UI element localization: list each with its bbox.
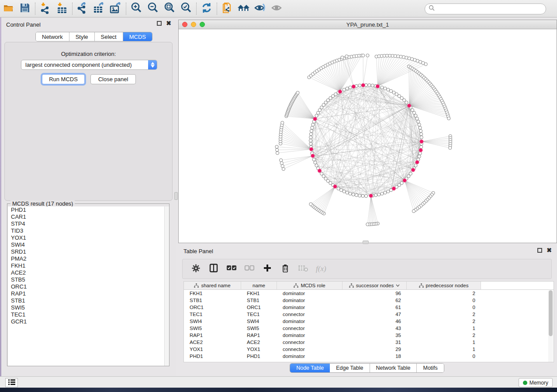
table-cell[interactable]: TEC1 bbox=[184, 312, 241, 317]
table-cell[interactable]: SWI4 bbox=[241, 319, 277, 324]
close-panel-button[interactable]: Close panel bbox=[90, 74, 136, 84]
table-cell[interactable]: dominator bbox=[277, 305, 343, 310]
tab-motifs[interactable]: Motifs bbox=[417, 364, 443, 372]
table-cell[interactable]: 0 bbox=[407, 305, 481, 310]
apply-layout-button[interactable] bbox=[198, 1, 215, 16]
clone-network-button[interactable] bbox=[219, 1, 235, 16]
table-cell[interactable]: connector bbox=[277, 340, 343, 345]
table-cell[interactable]: 31 bbox=[343, 340, 407, 345]
mcds-result-item[interactable]: TEC1 bbox=[8, 311, 169, 318]
table-cell[interactable]: ORC1 bbox=[184, 305, 241, 310]
table-cell[interactable]: 18 bbox=[343, 354, 407, 359]
table-cell[interactable]: RAP1 bbox=[241, 333, 277, 338]
table-cell[interactable]: FKH1 bbox=[241, 291, 277, 296]
panel-splitter-handle[interactable] bbox=[174, 192, 178, 200]
table-cell[interactable]: SWI5 bbox=[184, 326, 241, 331]
float-panel-icon[interactable] bbox=[537, 248, 542, 253]
table-cell[interactable]: 62 bbox=[343, 298, 407, 303]
table-cell[interactable]: 96 bbox=[343, 291, 407, 296]
delete-column-button[interactable] bbox=[280, 264, 291, 274]
table-cell[interactable]: 46 bbox=[343, 319, 407, 324]
table-cell[interactable]: 61 bbox=[343, 305, 407, 310]
table-cell[interactable]: 35 bbox=[343, 333, 407, 338]
hide-selected-button[interactable] bbox=[252, 1, 269, 16]
mcds-result-item[interactable]: STB5 bbox=[8, 276, 169, 283]
export-image-button[interactable] bbox=[107, 1, 124, 16]
tab-network[interactable]: Network bbox=[36, 32, 69, 41]
table-scrollbar[interactable] bbox=[548, 290, 553, 362]
mcds-result-item[interactable]: STP4 bbox=[8, 220, 169, 227]
mcds-result-item[interactable]: STB1 bbox=[8, 297, 169, 304]
table-cell[interactable]: ORC1 bbox=[241, 305, 277, 310]
function-builder-button[interactable]: f(x) bbox=[316, 264, 326, 274]
table-cell[interactable]: YOX1 bbox=[241, 347, 277, 352]
search-field[interactable] bbox=[425, 3, 546, 14]
table-cell[interactable]: YOX1 bbox=[184, 347, 241, 352]
table-cell[interactable]: PHD1 bbox=[184, 354, 241, 359]
float-panel-icon[interactable] bbox=[157, 21, 162, 26]
table-row[interactable]: TEC1TEC1connector472 bbox=[184, 311, 554, 318]
zoom-out-button[interactable] bbox=[145, 1, 161, 16]
table-cell[interactable]: connector bbox=[277, 347, 343, 352]
criterion-dropdown[interactable]: largest connected component (undirected) bbox=[21, 60, 157, 70]
show-all-button[interactable] bbox=[269, 1, 285, 16]
table-cell[interactable]: 2 bbox=[407, 319, 481, 324]
table-cell[interactable]: PHD1 bbox=[241, 354, 277, 359]
zoom-fit-button[interactable] bbox=[161, 1, 178, 16]
column-header-predecessor-nodes[interactable]: predecessor nodes bbox=[407, 282, 481, 290]
table-cell[interactable]: STB1 bbox=[184, 298, 241, 303]
table-cell[interactable]: dominator bbox=[277, 333, 343, 338]
table-cell[interactable]: 0 bbox=[407, 354, 481, 359]
table-row[interactable]: STB1STB1dominator620 bbox=[184, 297, 554, 304]
network-graph[interactable] bbox=[179, 29, 557, 243]
export-network-button[interactable] bbox=[74, 1, 91, 16]
table-settings-button[interactable] bbox=[190, 264, 201, 274]
column-header-name[interactable]: name bbox=[241, 282, 277, 290]
table-cell[interactable]: dominator bbox=[277, 319, 343, 324]
table-row[interactable]: PHD1PHD1dominator180 bbox=[184, 353, 554, 360]
run-mcds-button[interactable]: Run MCDS bbox=[42, 74, 85, 84]
tab-edge-table[interactable]: Edge Table bbox=[330, 364, 370, 372]
mcds-result-item[interactable]: SRD1 bbox=[8, 248, 169, 255]
column-header-mcds-role[interactable]: MCDS role bbox=[277, 282, 343, 290]
column-header-shared-name[interactable]: shared name bbox=[184, 282, 241, 290]
table-splitter-handle[interactable] bbox=[363, 241, 369, 244]
table-cell[interactable]: FKH1 bbox=[184, 291, 241, 296]
table-row[interactable]: SWI5SWI5connector431 bbox=[184, 325, 554, 332]
table-cell[interactable]: STB1 bbox=[241, 298, 277, 303]
zoom-selected-button[interactable] bbox=[178, 1, 194, 16]
mcds-result-item[interactable]: PHD1 bbox=[8, 206, 169, 213]
table-cell[interactable]: 1 bbox=[407, 340, 481, 345]
table-cell[interactable]: 0 bbox=[407, 298, 481, 303]
save-session-button[interactable] bbox=[17, 1, 33, 16]
table-cell[interactable]: SWI5 bbox=[241, 326, 277, 331]
network-overview-button[interactable] bbox=[235, 1, 252, 16]
tab-mcds[interactable]: MCDS bbox=[123, 32, 152, 41]
table-cell[interactable]: 43 bbox=[343, 326, 407, 331]
table-cell[interactable]: 47 bbox=[343, 312, 407, 317]
delete-table-button[interactable] bbox=[298, 264, 308, 274]
open-file-button[interactable] bbox=[0, 1, 17, 16]
tab-style[interactable]: Style bbox=[69, 32, 95, 41]
status-menu-button[interactable] bbox=[5, 378, 18, 387]
mcds-list-scrollbar[interactable] bbox=[164, 206, 169, 366]
mcds-result-item[interactable]: PMA2 bbox=[8, 255, 169, 262]
import-network-button[interactable] bbox=[37, 1, 54, 16]
tab-select[interactable]: Select bbox=[95, 32, 123, 41]
table-cell[interactable]: dominator bbox=[277, 298, 343, 303]
table-row[interactable]: ACE2ACE2connector311 bbox=[184, 339, 554, 346]
table-row[interactable]: RAP1RAP1dominator352 bbox=[184, 332, 554, 339]
deselect-all-button[interactable] bbox=[244, 264, 255, 274]
mcds-result-item[interactable]: ORC1 bbox=[8, 283, 169, 290]
table-cell[interactable]: RAP1 bbox=[184, 333, 241, 338]
show-columns-button[interactable] bbox=[208, 264, 219, 274]
network-canvas[interactable] bbox=[179, 29, 557, 243]
close-panel-icon[interactable]: ✖ bbox=[166, 21, 171, 26]
memory-button[interactable]: Memory bbox=[519, 378, 553, 387]
table-scrollbar-thumb[interactable] bbox=[549, 290, 553, 336]
close-panel-icon[interactable]: ✖ bbox=[547, 248, 552, 253]
search-input[interactable] bbox=[435, 6, 546, 12]
mcds-result-item[interactable]: SWI4 bbox=[8, 241, 169, 248]
table-row[interactable]: YOX1YOX1connector291 bbox=[184, 346, 554, 353]
table-cell[interactable]: dominator bbox=[277, 354, 343, 359]
